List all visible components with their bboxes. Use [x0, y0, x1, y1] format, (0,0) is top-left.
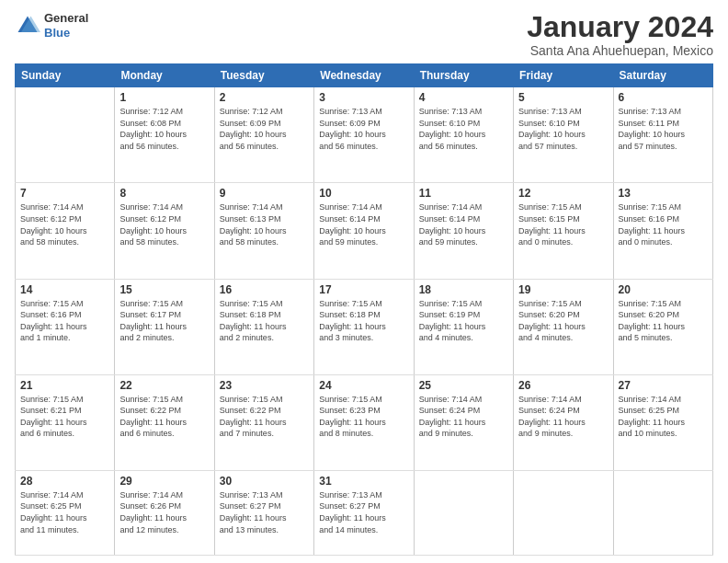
- calendar-week-row: 1Sunrise: 7:12 AM Sunset: 6:08 PM Daylig…: [16, 87, 713, 183]
- day-info: Sunrise: 7:15 AM Sunset: 6:15 PM Dayligh…: [518, 201, 608, 247]
- calendar-cell: 16Sunrise: 7:15 AM Sunset: 6:18 PM Dayli…: [214, 279, 313, 374]
- calendar-cell: 20Sunrise: 7:15 AM Sunset: 6:20 PM Dayli…: [613, 279, 712, 374]
- day-number: 20: [619, 283, 708, 296]
- day-info: Sunrise: 7:15 AM Sunset: 6:22 PM Dayligh…: [220, 394, 309, 440]
- day-info: Sunrise: 7:15 AM Sunset: 6:19 PM Dayligh…: [419, 298, 508, 344]
- day-number: 19: [518, 283, 608, 296]
- day-number: 3: [319, 91, 408, 104]
- calendar-table: SundayMondayTuesdayWednesdayThursdayFrid…: [15, 63, 713, 556]
- day-info: Sunrise: 7:14 AM Sunset: 6:13 PM Dayligh…: [220, 201, 309, 247]
- day-info: Sunrise: 7:15 AM Sunset: 6:20 PM Dayligh…: [619, 298, 708, 344]
- day-number: 17: [319, 283, 408, 296]
- day-number: 31: [319, 475, 408, 488]
- calendar-weekday-header: Monday: [115, 64, 214, 87]
- calendar-cell: 1Sunrise: 7:12 AM Sunset: 6:08 PM Daylig…: [115, 87, 214, 183]
- calendar-cell: 27Sunrise: 7:14 AM Sunset: 6:25 PM Dayli…: [613, 374, 712, 470]
- day-info: Sunrise: 7:15 AM Sunset: 6:20 PM Dayligh…: [518, 298, 608, 344]
- calendar-week-row: 28Sunrise: 7:14 AM Sunset: 6:25 PM Dayli…: [16, 470, 713, 555]
- day-info: Sunrise: 7:13 AM Sunset: 6:11 PM Dayligh…: [619, 106, 708, 152]
- calendar-weekday-header: Saturday: [613, 64, 712, 87]
- day-number: 27: [619, 379, 708, 392]
- calendar-cell: 22Sunrise: 7:15 AM Sunset: 6:22 PM Dayli…: [115, 374, 214, 470]
- calendar-cell: 11Sunrise: 7:14 AM Sunset: 6:14 PM Dayli…: [414, 183, 513, 279]
- calendar-cell: 5Sunrise: 7:13 AM Sunset: 6:10 PM Daylig…: [514, 87, 613, 183]
- day-number: 21: [20, 379, 109, 392]
- day-info: Sunrise: 7:13 AM Sunset: 6:10 PM Dayligh…: [518, 106, 608, 152]
- calendar-cell: 25Sunrise: 7:14 AM Sunset: 6:24 PM Dayli…: [414, 374, 513, 470]
- day-info: Sunrise: 7:15 AM Sunset: 6:18 PM Dayligh…: [319, 298, 408, 344]
- day-info: Sunrise: 7:15 AM Sunset: 6:16 PM Dayligh…: [619, 201, 708, 247]
- logo-text: General Blue: [44, 11, 88, 40]
- day-number: 8: [119, 187, 209, 200]
- day-number: 10: [319, 187, 408, 200]
- day-number: 5: [518, 91, 608, 104]
- calendar-cell: 3Sunrise: 7:13 AM Sunset: 6:09 PM Daylig…: [314, 87, 414, 183]
- day-info: Sunrise: 7:14 AM Sunset: 6:24 PM Dayligh…: [518, 394, 608, 440]
- calendar-cell: 28Sunrise: 7:14 AM Sunset: 6:25 PM Dayli…: [16, 470, 115, 555]
- calendar-cell: 9Sunrise: 7:14 AM Sunset: 6:13 PM Daylig…: [214, 183, 313, 279]
- day-number: 25: [419, 379, 508, 392]
- day-number: 4: [419, 91, 508, 104]
- day-info: Sunrise: 7:15 AM Sunset: 6:16 PM Dayligh…: [20, 298, 109, 344]
- day-info: Sunrise: 7:15 AM Sunset: 6:23 PM Dayligh…: [319, 394, 408, 440]
- day-info: Sunrise: 7:12 AM Sunset: 6:08 PM Dayligh…: [119, 106, 209, 152]
- calendar-cell: 15Sunrise: 7:15 AM Sunset: 6:17 PM Dayli…: [115, 279, 214, 374]
- calendar-cell: 14Sunrise: 7:15 AM Sunset: 6:16 PM Dayli…: [16, 279, 115, 374]
- day-number: 29: [119, 475, 209, 488]
- calendar-week-row: 14Sunrise: 7:15 AM Sunset: 6:16 PM Dayli…: [16, 279, 713, 374]
- day-info: Sunrise: 7:14 AM Sunset: 6:14 PM Dayligh…: [419, 201, 508, 247]
- calendar-cell: 17Sunrise: 7:15 AM Sunset: 6:18 PM Dayli…: [314, 279, 414, 374]
- calendar-cell: 30Sunrise: 7:13 AM Sunset: 6:27 PM Dayli…: [214, 470, 313, 555]
- calendar-cell: 6Sunrise: 7:13 AM Sunset: 6:11 PM Daylig…: [613, 87, 712, 183]
- day-info: Sunrise: 7:15 AM Sunset: 6:22 PM Dayligh…: [119, 394, 209, 440]
- month-title: January 2024: [527, 11, 713, 43]
- day-number: 30: [220, 475, 309, 488]
- calendar-week-row: 7Sunrise: 7:14 AM Sunset: 6:12 PM Daylig…: [16, 183, 713, 279]
- day-info: Sunrise: 7:15 AM Sunset: 6:21 PM Dayligh…: [20, 394, 109, 440]
- day-number: 23: [220, 379, 309, 392]
- day-number: 18: [419, 283, 508, 296]
- calendar-cell: 29Sunrise: 7:14 AM Sunset: 6:26 PM Dayli…: [115, 470, 214, 555]
- page: General Blue January 2024 Santa Ana Ahue…: [0, 0, 728, 563]
- day-number: 13: [619, 187, 708, 200]
- day-number: 12: [518, 187, 608, 200]
- day-info: Sunrise: 7:14 AM Sunset: 6:24 PM Dayligh…: [419, 394, 508, 440]
- calendar-cell: 2Sunrise: 7:12 AM Sunset: 6:09 PM Daylig…: [214, 87, 313, 183]
- calendar-cell: 18Sunrise: 7:15 AM Sunset: 6:19 PM Dayli…: [414, 279, 513, 374]
- calendar-weekday-header: Sunday: [16, 64, 115, 87]
- calendar-cell: 7Sunrise: 7:14 AM Sunset: 6:12 PM Daylig…: [16, 183, 115, 279]
- day-number: 14: [20, 283, 109, 296]
- day-info: Sunrise: 7:14 AM Sunset: 6:25 PM Dayligh…: [20, 489, 109, 535]
- day-number: 26: [518, 379, 608, 392]
- day-number: 2: [220, 91, 309, 104]
- calendar-cell: 13Sunrise: 7:15 AM Sunset: 6:16 PM Dayli…: [613, 183, 712, 279]
- calendar-cell: [613, 470, 712, 555]
- day-number: 7: [20, 187, 109, 200]
- day-number: 1: [119, 91, 209, 104]
- calendar-cell: [16, 87, 115, 183]
- day-number: 9: [220, 187, 309, 200]
- day-number: 6: [619, 91, 708, 104]
- day-info: Sunrise: 7:13 AM Sunset: 6:27 PM Dayligh…: [319, 489, 408, 535]
- calendar-header-row: SundayMondayTuesdayWednesdayThursdayFrid…: [16, 64, 713, 87]
- day-info: Sunrise: 7:13 AM Sunset: 6:10 PM Dayligh…: [419, 106, 508, 152]
- day-number: 22: [119, 379, 209, 392]
- calendar-weekday-header: Tuesday: [214, 64, 313, 87]
- calendar-cell: 31Sunrise: 7:13 AM Sunset: 6:27 PM Dayli…: [314, 470, 414, 555]
- day-info: Sunrise: 7:13 AM Sunset: 6:09 PM Dayligh…: [319, 106, 408, 152]
- calendar-cell: 4Sunrise: 7:13 AM Sunset: 6:10 PM Daylig…: [414, 87, 513, 183]
- calendar-cell: 23Sunrise: 7:15 AM Sunset: 6:22 PM Dayli…: [214, 374, 313, 470]
- day-number: 24: [319, 379, 408, 392]
- day-info: Sunrise: 7:13 AM Sunset: 6:27 PM Dayligh…: [220, 489, 309, 535]
- calendar-weekday-header: Thursday: [414, 64, 513, 87]
- day-info: Sunrise: 7:14 AM Sunset: 6:12 PM Dayligh…: [20, 201, 109, 247]
- day-info: Sunrise: 7:12 AM Sunset: 6:09 PM Dayligh…: [220, 106, 309, 152]
- calendar-cell: 10Sunrise: 7:14 AM Sunset: 6:14 PM Dayli…: [314, 183, 414, 279]
- logo-icon: [15, 13, 40, 39]
- calendar-cell: 24Sunrise: 7:15 AM Sunset: 6:23 PM Dayli…: [314, 374, 414, 470]
- location: Santa Ana Ahuehuepan, Mexico: [527, 43, 713, 58]
- calendar-cell: [514, 470, 613, 555]
- day-info: Sunrise: 7:14 AM Sunset: 6:25 PM Dayligh…: [619, 394, 708, 440]
- calendar-cell: 26Sunrise: 7:14 AM Sunset: 6:24 PM Dayli…: [514, 374, 613, 470]
- day-info: Sunrise: 7:14 AM Sunset: 6:14 PM Dayligh…: [319, 201, 408, 247]
